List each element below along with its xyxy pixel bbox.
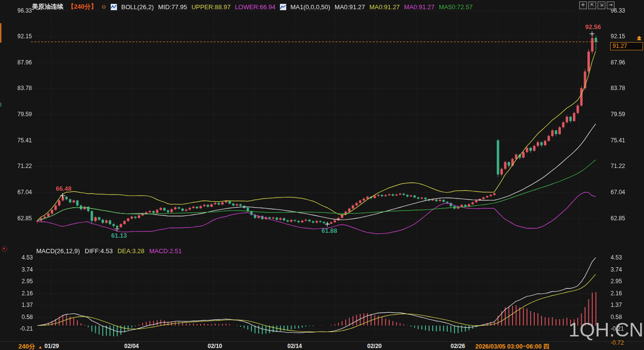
period-label: 240分 xyxy=(18,343,35,350)
macd-diff-value: DIFF:4.53 xyxy=(85,247,113,255)
chart-canvas[interactable] xyxy=(0,0,644,350)
y-axis-label-right: 92.15 xyxy=(611,33,625,40)
scale-right-icon[interactable]: ⇲ xyxy=(598,1,605,9)
ma-name: MA1(0,0,0,50) xyxy=(291,3,330,11)
edge-marker xyxy=(0,103,1,107)
macd-axis-label-left: -0.21 xyxy=(20,325,33,332)
pane-collapse-icon[interactable]: ⇥ xyxy=(607,1,615,9)
last-price-box: 91.27 xyxy=(610,42,643,50)
price-annotation: 61.88 xyxy=(322,227,337,234)
ma0-value-yellow: MA0:91.27 xyxy=(369,3,400,11)
x-axis-label: 02/10 xyxy=(207,343,222,350)
trading-chart-window: 美原油连续 【240分】 ⊖ BOLL(26,2) MID:77.95 UPPE… xyxy=(0,0,644,350)
y-axis-label-right: 83.78 xyxy=(611,85,625,91)
period-selector[interactable]: 240分▲ xyxy=(18,342,43,350)
y-axis-label-right: 75.41 xyxy=(611,137,625,144)
boll-mid-value: MID:77.95 xyxy=(158,3,187,11)
y-axis-label-right: 71.22 xyxy=(611,163,625,169)
ma-indicator-icon[interactable] xyxy=(280,4,286,10)
watermark: 1QH.CN xyxy=(569,319,644,341)
macd-axis-label-right: 3.74 xyxy=(611,266,622,273)
y-axis-label-right: 67.04 xyxy=(611,189,625,196)
macd-axis-label-left: 2.16 xyxy=(22,290,33,297)
price-annotation: 92.56 xyxy=(585,23,601,30)
y-axis-label-left: 67.04 xyxy=(17,189,32,196)
macd-axis-min-label: -0.72 xyxy=(611,339,624,346)
y-axis-label-left: 96.33 xyxy=(17,7,32,14)
macd-dea-value: DEA:3.28 xyxy=(117,247,145,255)
y-axis-label-left: 75.41 xyxy=(17,137,32,144)
chart-toolbar: ✛ ⇱ ⇲ ⇥ xyxy=(579,1,615,9)
period-arrow-icon: ▲ xyxy=(38,345,43,350)
y-axis-label-right: 79.59 xyxy=(611,111,625,118)
macd-axis-label-right: 4.53 xyxy=(611,254,622,261)
boll-upper-value: UPPER:88.97 xyxy=(191,3,231,11)
price-annotation: 61.13 xyxy=(111,232,127,239)
boll-name: BOLL(26,2) xyxy=(121,3,154,11)
hotspot-target-icon[interactable] xyxy=(2,246,7,252)
y-axis-label-left: 79.59 xyxy=(17,111,32,118)
period-tag[interactable]: 【240分】 xyxy=(68,2,97,11)
y-axis-label-left: 92.15 xyxy=(17,33,32,40)
y-axis-label-left: 71.22 xyxy=(17,163,32,169)
y-axis-label-left: 62.85 xyxy=(17,215,32,222)
current-bar-time-label: 2026/03/05 03:00~06:00 四 xyxy=(475,343,549,350)
collapse-icon[interactable]: ⊖ xyxy=(102,3,106,10)
ma50-value: MA50:72.57 xyxy=(439,3,473,11)
macd-axis-label-left: 1.37 xyxy=(22,302,33,308)
y-axis-label-right: 87.96 xyxy=(611,59,625,66)
y-axis-label-left: 83.78 xyxy=(17,85,32,91)
macd-axis-label-right: 2.16 xyxy=(611,290,622,297)
ma0-value-magenta: MA0:91.27 xyxy=(404,3,435,11)
scale-left-icon[interactable]: ⇱ xyxy=(588,1,596,9)
boll-lower-value: LOWER:66.94 xyxy=(235,3,276,11)
x-axis-label: 02/20 xyxy=(367,343,381,350)
symbol-name: 美原油连续 xyxy=(32,2,63,11)
x-axis-label: 02/26 xyxy=(451,343,465,350)
x-axis-label: 02/04 xyxy=(124,343,139,350)
y-axis-label-right: 62.85 xyxy=(611,215,625,222)
macd-header: MACD(26,12,9) DIFF:4.53 DEA:3.28 MACD:2.… xyxy=(36,247,182,255)
macd-axis-label-left: 4.53 xyxy=(22,254,33,261)
macd-axis-label-left: 3.74 xyxy=(22,266,33,273)
boll-indicator-icon[interactable] xyxy=(111,4,117,10)
main-header: 美原油连续 【240分】 ⊖ BOLL(26,2) MID:77.95 UPPE… xyxy=(32,2,473,11)
edge-scroll-indicator[interactable] xyxy=(0,23,1,43)
y-axis-label-left: 87.96 xyxy=(17,59,32,66)
macd-name: MACD(26,12,9) xyxy=(36,247,80,255)
macd-macd-value: MACD:2.51 xyxy=(149,247,182,255)
x-axis-label: 01/29 xyxy=(44,343,59,350)
macd-axis-label-right: 2.95 xyxy=(611,278,622,285)
pan-move-icon[interactable]: ✛ xyxy=(579,1,587,9)
macd-axis-label-left: 0.58 xyxy=(22,314,33,320)
macd-axis-label-left: 2.95 xyxy=(22,278,33,285)
macd-axis-label-right: 1.37 xyxy=(611,302,622,308)
ma0-value-white: MA0:91.27 xyxy=(335,3,365,11)
x-axis-label: 02/14 xyxy=(287,343,302,350)
price-annotation: 66.48 xyxy=(56,185,72,192)
